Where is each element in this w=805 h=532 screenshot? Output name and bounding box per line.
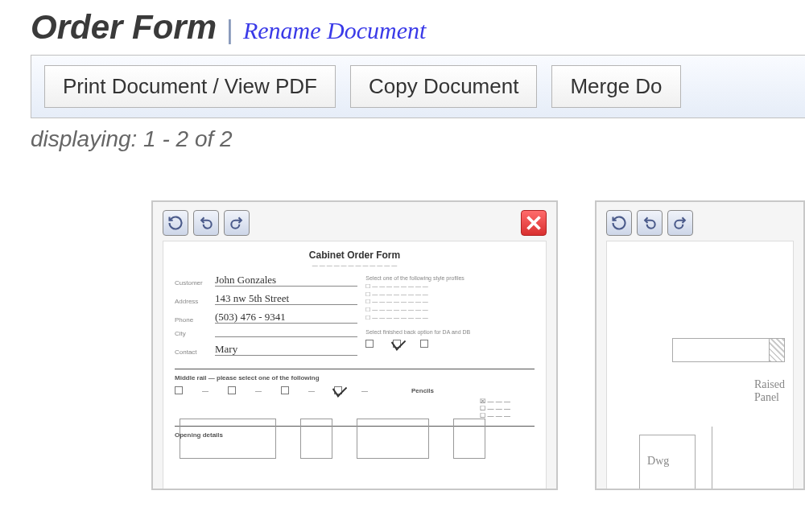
rotate-right-icon[interactable] (667, 210, 693, 236)
form-subtitle: — — — — — — — — — — — — (175, 262, 535, 268)
form-title: Cabinet Order Form (175, 250, 535, 261)
merge-document-button[interactable]: Merge Do (551, 65, 680, 108)
print-document-button[interactable]: Print Document / View PDF (44, 65, 336, 108)
page-preview[interactable]: RaisedPanel Dwg (606, 241, 794, 490)
page-thumbnail: Cabinet Order Form — — — — — — — — — — —… (151, 200, 558, 490)
rotate-right-icon[interactable] (224, 210, 250, 236)
pagination-status: displaying: 1 - 2 of 2 (31, 126, 805, 152)
title-divider: | (226, 14, 233, 45)
action-toolbar: Print Document / View PDF Copy Document … (31, 55, 805, 118)
page-preview[interactable]: Cabinet Order Form — — — — — — — — — — —… (163, 241, 547, 490)
rotate-left-icon[interactable] (637, 210, 663, 236)
rename-document-link[interactable]: Rename Document (243, 17, 426, 44)
copy-document-button[interactable]: Copy Document (350, 65, 537, 108)
thumbnail-row: Cabinet Order Form — — — — — — — — — — —… (31, 200, 805, 490)
rotate-left-icon[interactable] (193, 210, 219, 236)
refresh-icon[interactable] (606, 210, 632, 236)
page-title: Order Form (31, 8, 217, 47)
thumbnail-toolbar (606, 210, 794, 236)
page-thumbnail: RaisedPanel Dwg (595, 200, 805, 490)
close-icon[interactable] (521, 210, 547, 236)
refresh-icon[interactable] (163, 210, 188, 236)
thumbnail-toolbar (163, 210, 547, 236)
